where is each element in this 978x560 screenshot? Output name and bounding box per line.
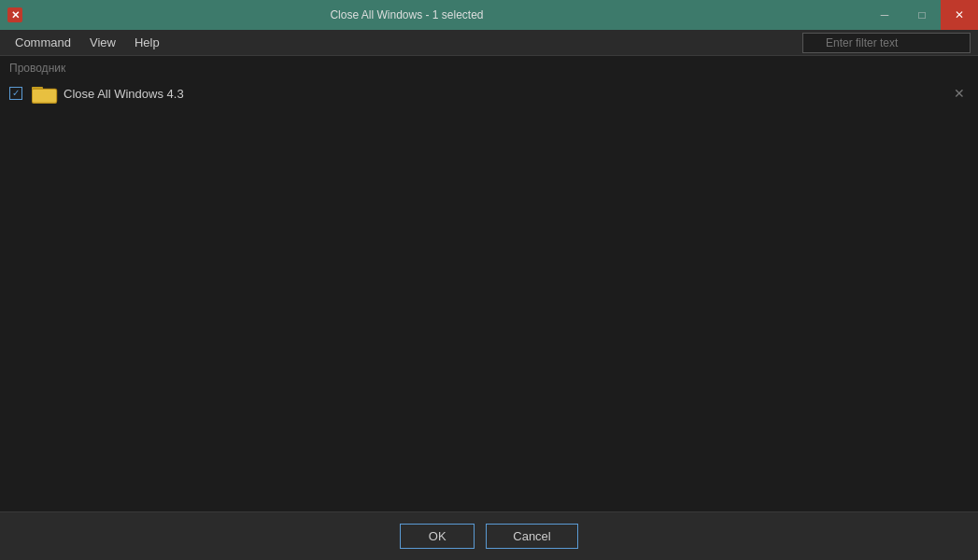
folder-icon	[32, 82, 58, 105]
filter-input[interactable]	[802, 33, 971, 53]
close-button[interactable]: ✕	[941, 0, 978, 30]
item-checkbox[interactable]	[9, 87, 22, 100]
svg-rect-2	[33, 90, 56, 103]
filter-wrap: ⊟	[802, 33, 971, 53]
window-title: Close All Windows - 1 selected	[0, 8, 866, 21]
list-item-name: Close All Windows 4.3	[64, 87, 950, 101]
cancel-button[interactable]: Cancel	[486, 524, 577, 549]
title-bar: ✕ Close All Windows - 1 selected ─ □ ✕	[0, 0, 978, 30]
menu-bar: Command View Help ⊟	[0, 30, 978, 56]
list-item: Close All Windows 4.3 ✕	[0, 78, 978, 108]
bottom-bar: OK Cancel	[0, 511, 978, 560]
maximize-button[interactable]: □	[903, 0, 941, 30]
list-item-close-button[interactable]: ✕	[950, 84, 969, 103]
content-area: Проводник Close All Windows 4.3 ✕	[0, 56, 978, 511]
section-label: Проводник	[0, 56, 978, 78]
minimize-button[interactable]: ─	[866, 0, 903, 30]
title-bar-controls: ─ □ ✕	[866, 0, 978, 30]
menu-view[interactable]: View	[82, 33, 123, 52]
menu-command[interactable]: Command	[7, 33, 78, 52]
ok-button[interactable]: OK	[400, 524, 475, 549]
menu-bar-right: ⊟	[802, 33, 971, 53]
menu-help[interactable]: Help	[127, 33, 167, 52]
